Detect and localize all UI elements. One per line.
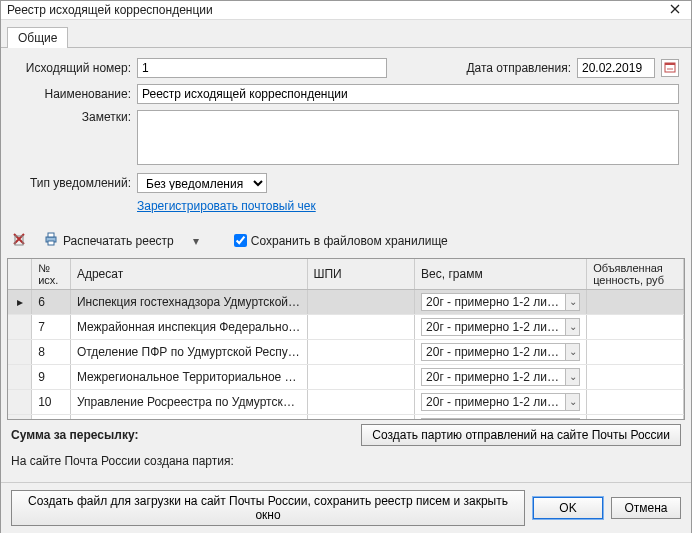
notes-textarea[interactable] (137, 110, 679, 165)
weight-value: 20г - примерно 1-2 листа А4 (422, 395, 565, 409)
cell-addressee[interactable]: Отделение ПФР по Удмуртской Республ… (70, 340, 307, 365)
date-picker-button[interactable] (661, 59, 679, 77)
cancel-button[interactable]: Отмена (611, 497, 681, 519)
cell-weight[interactable]: 20г - примерно 1-2 листа А4⌄ (415, 340, 587, 365)
table-row[interactable]: 10Управление Росреестра по Удмуртско…20г… (8, 390, 684, 415)
weight-value: 20г - примерно 1-2 листа А4 (422, 345, 565, 359)
cell-weight[interactable]: 20г - примерно 1-2 листа А4⌄ (415, 290, 587, 315)
register-postal-check-link[interactable]: Зарегистрировать почтовый чек (137, 199, 316, 213)
row-indicator (8, 315, 32, 340)
cell-num[interactable]: 7 (32, 315, 71, 340)
delete-icon (11, 231, 27, 250)
cell-shpi[interactable] (307, 390, 415, 415)
close-icon (670, 3, 680, 17)
cell-addressee[interactable]: Межрайонная инспекция Федерально… (70, 315, 307, 340)
delete-button[interactable] (7, 229, 31, 252)
cell-shpi[interactable] (307, 365, 415, 390)
cell-shpi[interactable] (307, 415, 415, 419)
svg-point-5 (669, 68, 671, 70)
svg-rect-9 (48, 233, 54, 237)
weight-dropdown-button[interactable]: ⌄ (565, 394, 579, 410)
grid-header-weight[interactable]: Вес, грамм (415, 259, 587, 290)
table-row[interactable]: ▸6Инспекция гостехнадзора Удмуртской …20… (8, 290, 684, 315)
tab-strip: Общие (1, 20, 691, 47)
svg-point-4 (667, 68, 669, 70)
cell-declared-value[interactable] (587, 365, 684, 390)
weight-dropdown-button[interactable]: ⌄ (565, 344, 579, 360)
cell-num[interactable]: 8 (32, 340, 71, 365)
send-date-input[interactable] (577, 58, 655, 78)
send-date-label: Дата отправления: (466, 61, 571, 75)
calendar-icon (664, 61, 676, 76)
cell-shpi[interactable] (307, 340, 415, 365)
cell-declared-value[interactable] (587, 415, 684, 419)
cell-addressee[interactable]: Управление Росреестра по Удмуртско… (70, 390, 307, 415)
weight-value: 20г - примерно 1-2 листа А4 (422, 370, 565, 384)
row-indicator (8, 415, 32, 419)
sum-label: Сумма за пересылку: (11, 428, 138, 442)
save-in-storage-label: Сохранить в файловом хранилище (251, 234, 448, 248)
notes-label: Заметки: (13, 110, 131, 124)
cell-declared-value[interactable] (587, 340, 684, 365)
cell-weight[interactable]: 20г - примерно 1-2 листа А4⌄ (415, 315, 587, 340)
weight-dropdown-button[interactable]: ⌄ (565, 294, 579, 310)
grid-scroll[interactable]: № исх. Адресат ШПИ Вес, грамм Объявленна… (8, 259, 684, 419)
row-indicator (8, 390, 32, 415)
chevron-down-icon: ▾ (193, 234, 199, 248)
print-dropdown-button[interactable]: ▾ (186, 234, 206, 248)
cell-weight[interactable]: 20г - примерно 1-2 листа А4⌄ (415, 390, 587, 415)
grid-header-value[interactable]: Объявленная ценность, руб (587, 259, 684, 290)
create-batch-button[interactable]: Создать партию отправлений на сайте Почт… (361, 424, 681, 446)
close-button[interactable] (665, 1, 685, 19)
outgoing-number-input[interactable] (137, 58, 387, 78)
cell-num[interactable]: 9 (32, 365, 71, 390)
save-in-storage-checkbox-row[interactable]: Сохранить в файловом хранилище (234, 234, 448, 248)
cell-weight[interactable]: 20г - примерно 1-2 листа А4⌄ (415, 415, 587, 419)
name-input[interactable] (137, 84, 679, 104)
cell-num[interactable]: 6 (32, 290, 71, 315)
weight-value: 20г - примерно 1-2 листа А4 (422, 295, 565, 309)
row-indicator (8, 340, 32, 365)
row-indicator (8, 365, 32, 390)
cell-declared-value[interactable] (587, 290, 684, 315)
grid-header-shpi[interactable]: ШПИ (307, 259, 415, 290)
notif-type-select[interactable]: Без уведомления (137, 173, 267, 193)
grid-header-addressee[interactable]: Адресат (70, 259, 307, 290)
table-row[interactable]: 8Отделение ПФР по Удмуртской Республ…20г… (8, 340, 684, 365)
cell-weight[interactable]: 20г - примерно 1-2 листа А4⌄ (415, 365, 587, 390)
svg-point-6 (671, 68, 673, 70)
cell-num[interactable]: 11 (32, 415, 71, 419)
grid: № исх. Адресат ШПИ Вес, грамм Объявленна… (7, 258, 685, 420)
printer-icon (43, 231, 59, 250)
cell-declared-value[interactable] (587, 390, 684, 415)
tab-general[interactable]: Общие (7, 27, 68, 48)
window-title: Реестр исходящей корреспонденции (7, 3, 213, 17)
cell-addressee[interactable]: Инспекция гостехнадзора Удмуртской … (70, 290, 307, 315)
notif-type-label: Тип уведомлений: (13, 176, 131, 190)
cell-declared-value[interactable] (587, 315, 684, 340)
grid-header-num[interactable]: № исх. (32, 259, 71, 290)
cell-addressee[interactable]: Управление Федеральной службы Суд… (70, 415, 307, 419)
grid-header-row: № исх. Адресат ШПИ Вес, грамм Объявленна… (8, 259, 684, 290)
dialog-window: Реестр исходящей корреспонденции Общие И… (0, 0, 692, 533)
grid-header-rowhead (8, 259, 32, 290)
row-indicator: ▸ (8, 290, 32, 315)
table-row[interactable]: 7Межрайонная инспекция Федерально…20г - … (8, 315, 684, 340)
ok-button[interactable]: OK (533, 497, 603, 519)
weight-dropdown-button[interactable]: ⌄ (565, 319, 579, 335)
table-row[interactable]: 9Межрегиональное Территориальное у…20г -… (8, 365, 684, 390)
cell-shpi[interactable] (307, 315, 415, 340)
print-registry-label: Распечатать реестр (63, 234, 174, 248)
cell-addressee[interactable]: Межрегиональное Территориальное у… (70, 365, 307, 390)
footer: Создать файл для загрузки на сайт Почты … (1, 482, 691, 533)
cell-shpi[interactable] (307, 290, 415, 315)
create-file-button[interactable]: Создать файл для загрузки на сайт Почты … (11, 490, 525, 526)
svg-rect-10 (48, 241, 54, 245)
name-label: Наименование: (13, 87, 131, 101)
cell-num[interactable]: 10 (32, 390, 71, 415)
save-in-storage-checkbox[interactable] (234, 234, 247, 247)
print-registry-button[interactable]: Распечатать реестр (39, 229, 178, 252)
weight-value: 20г - примерно 1-2 листа А4 (422, 320, 565, 334)
table-row[interactable]: 11Управление Федеральной службы Суд…20г … (8, 415, 684, 419)
weight-dropdown-button[interactable]: ⌄ (565, 369, 579, 385)
